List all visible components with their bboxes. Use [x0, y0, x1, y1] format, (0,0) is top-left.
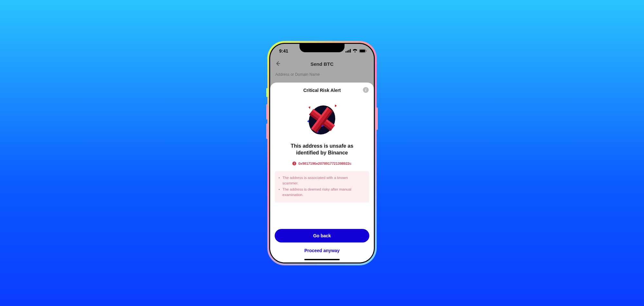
risk-reasons-box: The address is associated with a known s…: [275, 171, 369, 202]
svg-rect-5: [360, 50, 365, 52]
address-input-label[interactable]: Address or Domain Name: [270, 70, 374, 80]
status-right: [346, 49, 367, 53]
info-button[interactable]: i: [363, 87, 369, 93]
sheet-title: Critical Risk Alert: [303, 88, 341, 93]
svg-rect-0: [346, 51, 346, 53]
svg-rect-6: [366, 50, 367, 52]
sheet-actions: Go back Proceed anyway: [270, 224, 374, 262]
screen: 9:41: [270, 44, 374, 262]
cellular-icon: [346, 49, 351, 53]
flagged-address: 0x9817196e2078917721398922c: [298, 162, 351, 165]
back-button[interactable]: [275, 60, 281, 68]
flagged-address-row: ! 0x9817196e2078917721398922c: [292, 162, 351, 165]
notch: [299, 44, 345, 52]
home-indicator[interactable]: [304, 259, 340, 260]
proceed-anyway-button[interactable]: Proceed anyway: [275, 244, 369, 257]
volume-down-button: [266, 123, 268, 139]
sheet-header: Critical Risk Alert i: [270, 83, 374, 95]
svg-marker-9: [335, 104, 337, 107]
svg-rect-3: [350, 49, 351, 53]
volume-up-button: [266, 104, 268, 120]
power-button: [376, 107, 378, 130]
svg-marker-8: [308, 106, 310, 109]
page-title: Send BTC: [310, 61, 334, 67]
phone-frame: 9:41: [269, 43, 375, 263]
go-back-button[interactable]: Go back: [275, 229, 369, 242]
svg-rect-2: [348, 50, 349, 53]
battery-icon: [359, 49, 367, 53]
arrow-left-icon: [275, 60, 281, 67]
alert-illustration: [303, 101, 341, 140]
wifi-icon: [353, 49, 357, 53]
risk-alert-sheet: Critical Risk Alert i: [270, 83, 374, 262]
risk-reason: The address is associated with a known s…: [278, 175, 365, 186]
alert-heading: This address is unsafe as identified by …: [270, 143, 374, 156]
status-time: 9:41: [279, 48, 288, 54]
svg-rect-1: [347, 51, 348, 53]
warning-icon: !: [292, 162, 296, 165]
sheet-body: This address is unsafe as identified by …: [270, 95, 374, 224]
risk-reason: The address is deemed risky after manual…: [278, 187, 365, 198]
mute-switch: [266, 88, 268, 97]
nav-header: Send BTC: [270, 58, 374, 70]
